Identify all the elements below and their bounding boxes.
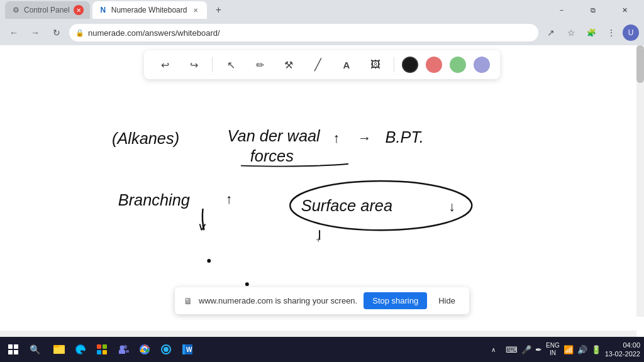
tab-close-numerade[interactable]: ✕ bbox=[191, 5, 201, 15]
svg-text:Branching: Branching bbox=[118, 191, 190, 209]
taskbar-app-store[interactable] bbox=[92, 339, 112, 359]
svg-text:W: W bbox=[186, 346, 192, 353]
taskbar: 🔍 W bbox=[0, 337, 644, 362]
svg-text:↑: ↑ bbox=[226, 192, 233, 207]
extensions-icon[interactable]: 🧩 bbox=[582, 24, 600, 41]
share-icon[interactable]: ↗ bbox=[542, 24, 560, 41]
svg-text:B.PT.: B.PT. bbox=[386, 128, 424, 146]
color-black[interactable] bbox=[402, 57, 418, 73]
battery-icon[interactable]: 🔋 bbox=[591, 345, 601, 354]
mic-icon[interactable]: 🎤 bbox=[521, 345, 531, 354]
tab-control-panel[interactable]: ⚙ Control Panel ✕ bbox=[5, 1, 90, 19]
profile-button[interactable]: U bbox=[623, 25, 639, 41]
svg-text:↓: ↓ bbox=[448, 199, 455, 214]
undo-button[interactable]: ↩ bbox=[154, 54, 175, 75]
highlighter-tool[interactable]: ╱ bbox=[307, 54, 328, 75]
volume-icon[interactable]: 🔊 bbox=[577, 345, 587, 354]
taskbar-apps: W bbox=[49, 339, 197, 359]
svg-point-27 bbox=[164, 347, 169, 352]
hide-button[interactable]: Hide bbox=[433, 292, 460, 309]
maximize-button[interactable]: ⧉ bbox=[579, 1, 608, 19]
control-panel-favicon: ⚙ bbox=[11, 6, 20, 14]
taskbar-app-word[interactable]: W bbox=[177, 339, 197, 359]
bookmark-icon[interactable]: ☆ bbox=[562, 24, 580, 41]
svg-text:Surface area: Surface area bbox=[301, 197, 392, 214]
svg-rect-19 bbox=[97, 350, 101, 354]
minimize-button[interactable]: − bbox=[547, 1, 576, 19]
stop-sharing-button[interactable]: Stop sharing bbox=[364, 292, 427, 309]
tab-numerade-label: Numerade Whiteboard bbox=[111, 6, 187, 14]
toolbar-divider-2 bbox=[394, 57, 394, 72]
content-area: ↩ ↪ ↖ ✏ ⚒ ╱ A 🖼 (Alkanes) Van der waal f… bbox=[0, 45, 644, 337]
taskbar-clock[interactable]: 04:00 13-02-2022 bbox=[605, 341, 640, 359]
taskbar-app-cortana[interactable] bbox=[156, 339, 176, 359]
browser-toolbar-icons: ↗ ☆ 🧩 ⋮ U bbox=[542, 24, 639, 41]
toolbar-divider-1 bbox=[212, 57, 213, 72]
text-tool[interactable]: A bbox=[336, 54, 357, 75]
svg-text:(Alkanes): (Alkanes) bbox=[112, 129, 179, 147]
svg-text:forces: forces bbox=[250, 147, 294, 165]
forward-button[interactable]: → bbox=[26, 24, 44, 41]
share-message: www.numerade.com is sharing your screen. bbox=[199, 296, 357, 305]
title-bar: ⚙ Control Panel ✕ N Numerade Whiteboard … bbox=[0, 0, 644, 20]
keyboard-icon[interactable]: ⌨ bbox=[506, 345, 518, 354]
screen-share-icon: 🖥 bbox=[184, 296, 192, 306]
color-pink[interactable] bbox=[426, 57, 442, 73]
share-banner: 🖥 www.numerade.com is sharing your scree… bbox=[175, 287, 469, 314]
svg-text:↑: ↑ bbox=[333, 131, 340, 146]
taskbar-app-edge[interactable] bbox=[70, 339, 91, 359]
svg-rect-17 bbox=[97, 344, 101, 349]
scrollbar-thumb-v[interactable] bbox=[636, 45, 644, 83]
color-green[interactable] bbox=[450, 57, 466, 73]
address-text: numerade.com/answers/whiteboard/ bbox=[88, 28, 532, 38]
tray-icons: ⌨ 🎤 ✒ bbox=[506, 345, 542, 354]
select-tool[interactable]: ↖ bbox=[220, 54, 242, 75]
time-display: 04:00 bbox=[623, 341, 640, 349]
horizontal-scrollbar[interactable] bbox=[0, 331, 636, 337]
taskbar-search[interactable]: 🔍 bbox=[25, 340, 44, 359]
svg-text:+: + bbox=[316, 235, 321, 244]
system-tray: 📶 🔊 🔋 bbox=[564, 345, 601, 354]
date-display: 13-02-2022 bbox=[605, 349, 640, 358]
close-button[interactable]: ✕ bbox=[610, 1, 639, 19]
taskbar-app-chrome[interactable] bbox=[135, 339, 155, 359]
browser-frame: ⚙ Control Panel ✕ N Numerade Whiteboard … bbox=[0, 0, 644, 362]
pencil-tool[interactable]: ✏ bbox=[249, 54, 270, 75]
whiteboard-toolbar: ↩ ↪ ↖ ✏ ⚒ ╱ A 🖼 bbox=[144, 50, 500, 79]
taskbar-app-teams[interactable] bbox=[113, 339, 133, 359]
start-button[interactable] bbox=[4, 340, 23, 359]
back-button[interactable]: ← bbox=[5, 24, 23, 41]
address-bar[interactable]: 🔒 numerade.com/answers/whiteboard/ bbox=[69, 24, 538, 41]
taskbar-hidden-icons[interactable]: ∧ bbox=[484, 341, 502, 358]
svg-rect-20 bbox=[103, 350, 107, 354]
svg-rect-18 bbox=[103, 344, 107, 349]
tab-numerade[interactable]: N Numerade Whiteboard ✕ bbox=[92, 1, 208, 19]
color-purple[interactable] bbox=[474, 57, 490, 73]
svg-point-8 bbox=[290, 181, 472, 230]
address-bar-row: ← → ↻ 🔒 numerade.com/answers/whiteboard/… bbox=[0, 20, 644, 45]
reload-button[interactable]: ↻ bbox=[48, 24, 65, 41]
lang-top: ENG bbox=[546, 342, 560, 349]
pen-icon[interactable]: ✒ bbox=[535, 345, 542, 354]
tab-close-control-panel[interactable]: ✕ bbox=[74, 5, 84, 15]
numerade-favicon: N bbox=[99, 6, 108, 14]
svg-point-12 bbox=[207, 259, 211, 263]
wifi-icon[interactable]: 📶 bbox=[564, 345, 574, 354]
vertical-scrollbar[interactable] bbox=[636, 45, 644, 317]
windows-logo bbox=[8, 344, 18, 354]
svg-rect-15 bbox=[53, 347, 65, 354]
svg-text:→: → bbox=[358, 131, 371, 146]
extensions-icon-2[interactable]: ⋮ bbox=[602, 24, 620, 41]
language-indicator[interactable]: ENG IN bbox=[546, 342, 560, 357]
redo-button[interactable]: ↪ bbox=[183, 54, 204, 75]
new-tab-button[interactable]: + bbox=[209, 1, 227, 19]
svg-text:Van der waal: Van der waal bbox=[228, 127, 321, 145]
taskbar-right: ∧ ⌨ 🎤 ✒ ENG IN 📶 🔊 🔋 04:00 13-02-2022 bbox=[484, 341, 640, 359]
svg-rect-16 bbox=[53, 345, 59, 348]
tools-button[interactable]: ⚒ bbox=[278, 54, 299, 75]
svg-point-13 bbox=[245, 282, 249, 286]
image-tool[interactable]: 🖼 bbox=[365, 54, 386, 75]
svg-point-22 bbox=[120, 346, 125, 350]
taskbar-app-files[interactable] bbox=[49, 339, 69, 359]
window-controls: − ⧉ ✕ bbox=[547, 1, 639, 19]
